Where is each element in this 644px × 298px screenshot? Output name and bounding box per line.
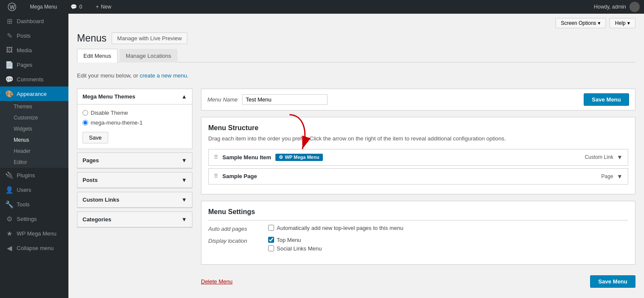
adminbar-wp-logo[interactable]: W — [4, 0, 20, 14]
sidebar-item-settings[interactable]: ⚙ Settings — [0, 212, 68, 226]
top-menu-label: Top Menu — [277, 237, 301, 243]
sidebar-item-wpmegamenu[interactable]: ★ WP Mega Menu — [0, 226, 68, 241]
dashboard-icon: ⊞ — [6, 17, 13, 25]
drag-handle-page: ⠿ — [214, 173, 218, 179]
auto-add-checkbox[interactable] — [268, 225, 274, 231]
adminbar-site-name[interactable]: Mega Menu — [27, 0, 60, 14]
sidebar-subitem-editor[interactable]: Editor — [0, 157, 68, 168]
accordion-header-custom-links[interactable]: Custom Links ▼ — [77, 192, 192, 208]
adminbar-comments[interactable]: 💬 0 — [67, 0, 86, 14]
radio-mega-menu-theme-1-input[interactable] — [83, 120, 88, 125]
sidebar-label-dashboard: Dashboard — [17, 18, 44, 24]
plugins-icon: 🔌 — [6, 171, 13, 179]
accordion-chevron-custom-links: ▼ — [181, 197, 187, 203]
drag-handle-sample: ⠿ — [214, 154, 218, 161]
menu-name-input[interactable] — [242, 94, 328, 105]
pages-icon: 📄 — [6, 61, 13, 69]
radio-disable-theme[interactable]: Disable Theme — [83, 110, 187, 116]
main-content: Screen Options ▾ Help ▾ Menus Manage wit… — [68, 14, 644, 298]
screen-options-button[interactable]: Screen Options ▾ — [555, 18, 606, 28]
menu-item-expand-sample[interactable]: ▼ — [617, 154, 623, 161]
sidebar-subitem-menus[interactable]: Menus — [0, 134, 68, 146]
sidebar-label-appearance: Appearance — [17, 91, 47, 97]
sidebar-item-users[interactable]: 👤 Users — [0, 182, 68, 197]
accordion-header-categories[interactable]: Categories ▼ — [77, 212, 192, 227]
sidebar-subitem-widgets[interactable]: Widgets — [0, 123, 68, 134]
social-links-checkbox[interactable] — [268, 245, 274, 251]
live-preview-button[interactable]: Manage with Live Preview — [112, 33, 187, 44]
sidebar-label-tools: Tools — [17, 201, 30, 208]
sidebar-item-posts[interactable]: ✎ Posts — [0, 28, 68, 43]
sidebar-item-comments[interactable]: 💬 Comments — [0, 72, 68, 86]
mega-menu-themes-save-button[interactable]: Save — [83, 132, 108, 143]
new-label: New — [101, 4, 111, 10]
sidebar-subitem-themes[interactable]: Themes — [0, 101, 68, 112]
media-icon: 🖼 — [6, 46, 13, 54]
menu-structure-section: Menu Structure Drag each item into the o… — [201, 117, 635, 194]
sidebar-subitem-customize[interactable]: Customize — [0, 112, 68, 123]
menu-item-type-custom: Custom Link — [585, 154, 613, 160]
save-menu-button-top[interactable]: Save Menu — [584, 93, 629, 106]
live-preview-label: Manage with Live Preview — [117, 35, 182, 42]
mega-menu-badge[interactable]: ⚙ WP Mega Menu — [275, 154, 322, 161]
accordion-header-posts[interactable]: Posts ▼ — [77, 173, 192, 188]
svg-text:W: W — [10, 4, 15, 10]
accordion-header-mega-menu-themes[interactable]: Mega Menu Themes ▲ — [77, 89, 192, 104]
plus-icon: + — [96, 4, 99, 10]
sidebar-item-tools[interactable]: 🔧 Tools — [0, 197, 68, 212]
screen-options-chevron: ▾ — [598, 20, 600, 26]
sidebar-item-dashboard[interactable]: ⊞ Dashboard — [0, 14, 68, 28]
radio-mega-menu-theme-1-label: mega-menu-theme-1 — [91, 119, 142, 126]
accordion-categories: Categories ▼ — [77, 212, 192, 228]
sidebar-item-appearance[interactable]: 🎨 Appearance — [0, 86, 68, 101]
accordion-title-posts: Posts — [83, 177, 97, 183]
accordion-chevron-categories: ▼ — [181, 216, 187, 223]
sidebar-subitem-header[interactable]: Header — [0, 146, 68, 157]
howdy-text: Howdy, admin — [594, 4, 626, 10]
bottom-row: Delete Menu Save Menu — [201, 271, 635, 290]
comment-icon: 💬 — [71, 4, 77, 10]
menu-structure-desc: Drag each item into the order you prefer… — [208, 134, 628, 143]
radio-disable-theme-input[interactable] — [83, 110, 88, 116]
sidebar-item-media[interactable]: 🖼 Media — [0, 43, 68, 57]
mega-menu-badge-label: WP Mega Menu — [285, 155, 319, 160]
wpmegamenu-icon: ★ — [6, 229, 13, 237]
save-menu-button-bottom[interactable]: Save Menu — [590, 275, 635, 288]
accordion-pages: Pages ▼ — [77, 152, 192, 169]
radio-mega-menu-theme-1[interactable]: mega-menu-theme-1 — [83, 119, 187, 126]
accordion-header-pages[interactable]: Pages ▼ — [77, 153, 192, 168]
sidebar-label-settings: Settings — [17, 216, 37, 222]
accordion-title-categories: Categories — [83, 216, 111, 223]
comments-count: 0 — [79, 4, 82, 10]
tab-manage-locations[interactable]: Manage Locations — [119, 49, 177, 63]
sidebar-item-pages[interactable]: 📄 Pages — [0, 57, 68, 72]
accordion-mega-menu-themes: Mega Menu Themes ▲ Disable Theme mega-me… — [77, 89, 192, 149]
auto-add-checkbox-text: Automatically add new top-level pages to… — [277, 225, 403, 231]
collapse-icon: ◀ — [6, 244, 13, 252]
top-menu-checkbox-label[interactable]: Top Menu — [268, 237, 628, 243]
social-links-checkbox-label[interactable]: Social Links Menu — [268, 245, 628, 252]
menu-settings-section: Menu Settings Auto add pages Automatical… — [201, 201, 635, 265]
gear-icon-badge: ⚙ — [279, 155, 283, 160]
adminbar-new[interactable]: + New — [92, 0, 115, 14]
top-menu-checkbox[interactable] — [268, 237, 274, 243]
menu-item-expand-page[interactable]: ▼ — [617, 173, 623, 180]
tab-edit-menus[interactable]: Edit Menus — [77, 49, 118, 63]
save-menu-label-bottom: Save Menu — [598, 278, 627, 285]
tab-edit-menus-label: Edit Menus — [83, 53, 111, 59]
help-chevron: ▾ — [627, 20, 630, 26]
avatar — [629, 2, 640, 12]
sidebar-label-wpmegamenu: WP Mega Menu — [17, 230, 56, 237]
delete-menu-link[interactable]: Delete Menu — [201, 278, 233, 285]
menu-item-sample-menu-item: ⠿ Sample Menu Item ⚙ WP Mega Menu Cu — [208, 149, 628, 166]
help-label: Help — [615, 20, 626, 26]
menu-items-container: ⠿ Sample Menu Item ⚙ WP Mega Menu Cu — [208, 149, 628, 185]
auto-add-checkbox-label[interactable]: Automatically add new top-level pages to… — [268, 225, 628, 231]
create-new-menu-link[interactable]: create a new menu — [140, 72, 187, 79]
sidebar-item-collapse[interactable]: ◀ Collapse menu — [0, 241, 68, 255]
settings-icon: ⚙ — [6, 215, 13, 223]
posts-icon: ✎ — [6, 32, 13, 39]
help-button[interactable]: Help ▾ — [609, 18, 635, 28]
page-title: Menus — [77, 33, 106, 44]
sidebar-item-plugins[interactable]: 🔌 Plugins — [0, 168, 68, 182]
